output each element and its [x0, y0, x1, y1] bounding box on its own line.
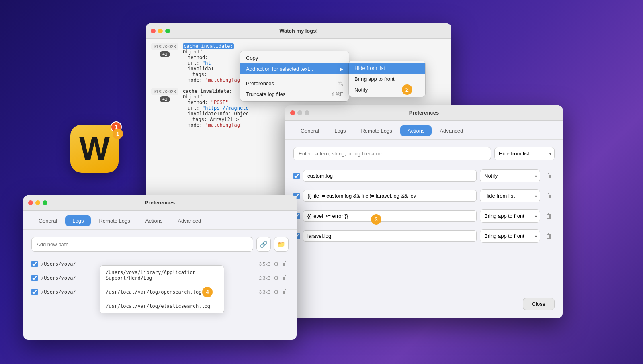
rule-2-input[interactable]: [303, 190, 477, 202]
path-1-checkbox[interactable]: [31, 261, 38, 267]
prefs-back-maximize[interactable]: [43, 200, 47, 205]
tab-general-front[interactable]: General: [293, 125, 326, 136]
pattern-input[interactable]: [293, 147, 491, 160]
rule-4-input[interactable]: [303, 230, 477, 242]
prefs-front-close-button[interactable]: Close: [523, 298, 555, 310]
path-3-gear-icon[interactable]: ⚙: [274, 289, 279, 295]
prefs-front-maximize[interactable]: [305, 110, 309, 115]
link-icon-button[interactable]: 🔗: [256, 237, 271, 252]
maximize-button[interactable]: [165, 29, 170, 33]
prefs-back-minimize[interactable]: [35, 200, 40, 205]
step-badge-4: 4: [202, 287, 213, 297]
ctx-preferences-shortcut: ⌘,: [337, 81, 343, 86]
minimize-button[interactable]: [158, 29, 163, 33]
folder-icon-button[interactable]: 📁: [274, 237, 289, 252]
prefs-back-titlebar: Preferences: [23, 195, 297, 211]
rule-1-select-wrapper: Notify Hide from list Bring app to front…: [480, 169, 540, 182]
path-2-gear-icon[interactable]: ⚙: [274, 275, 279, 281]
rule-1-input[interactable]: [303, 170, 477, 182]
add-path-input[interactable]: [31, 237, 253, 252]
ctx-arrow-icon: ▶: [340, 66, 343, 72]
log-date-1: 31/07/2023: [151, 43, 178, 50]
prefs-window-front: Preferences General Logs Remote Logs Act…: [285, 105, 563, 318]
prefs-front-close[interactable]: [290, 110, 295, 115]
tab-advanced-front[interactable]: Advanced: [432, 125, 470, 136]
prefs-front-body: Hide from list Notify Bring app to front…: [285, 140, 563, 254]
rule-1-select[interactable]: Notify Hide from list Bring app to front: [480, 169, 540, 182]
tab-remote-logs-front[interactable]: Remote Logs: [354, 125, 399, 136]
rule-3-delete-icon[interactable]: 🗑: [543, 212, 555, 221]
log-badge-2: +2: [160, 96, 170, 102]
rule-4-select[interactable]: Bring app to front Notify Hide from list: [480, 229, 540, 243]
log-date-col-2: 31/07/2023 +2: [151, 88, 179, 128]
tab-logs-front[interactable]: Logs: [327, 125, 353, 136]
prefs-front-titlebar: Preferences: [285, 105, 563, 121]
rule-3-select[interactable]: Bring app to front Notify Hide from list: [480, 209, 540, 223]
log-date-col-1: 31/07/2023 +2: [151, 43, 179, 83]
sub-bring-to-front[interactable]: Bring app to front: [349, 74, 425, 84]
rule-1-checkbox[interactable]: [293, 173, 300, 179]
rule-row-2: Hide from list Notify Bring app to front…: [293, 186, 555, 206]
ctx-truncate[interactable]: Truncate log files ⇧⌘E: [240, 89, 349, 100]
log-key-highlight: cache_invalidate:: [183, 43, 234, 49]
step-badge-3: 3: [371, 214, 381, 225]
path-2-size: 2.3kB: [256, 276, 270, 280]
ctx-copy-label: Copy: [246, 55, 258, 61]
default-action-select-wrapper: Hide from list Notify Bring app to front…: [494, 147, 555, 160]
traffic-lights[interactable]: [151, 29, 170, 33]
action-input-row: Hide from list Notify Bring app to front…: [293, 147, 555, 160]
sub-hide-from-list[interactable]: Hide from list: [349, 63, 425, 74]
path-1-size: 3.5kB: [256, 262, 270, 266]
context-menu[interactable]: Copy Add action for selected text... ▶ P…: [240, 51, 349, 101]
rule-1-delete-icon[interactable]: 🗑: [543, 172, 555, 180]
tab-advanced-back[interactable]: Advanced: [170, 215, 208, 226]
prefs-back-traffic-lights[interactable]: [28, 200, 47, 205]
path-3-checkbox[interactable]: [31, 289, 38, 295]
path-1-delete-icon[interactable]: 🗑: [282, 260, 289, 268]
app-icon: W 1: [70, 125, 119, 173]
ctx-truncate-shortcut: ⇧⌘E: [331, 92, 343, 97]
path-3-delete-icon[interactable]: 🗑: [282, 288, 289, 296]
sub-notify[interactable]: Notify: [349, 84, 425, 95]
step-badge-1: 1: [113, 129, 123, 139]
prefs-back-title: Preferences: [145, 200, 175, 206]
log-window-title: Watch my logs!: [279, 28, 318, 34]
rule-row-1: Notify Hide from list Bring app to front…: [293, 166, 555, 186]
prefs-back-close[interactable]: [28, 200, 33, 205]
path-dropdown-item-1[interactable]: /Users/vova/Library/Application Support/…: [100, 266, 224, 285]
rule-3-input[interactable]: [303, 210, 477, 222]
ctx-preferences-label: Preferences: [246, 80, 274, 86]
tab-actions-back[interactable]: Actions: [138, 215, 170, 226]
ctx-copy[interactable]: Copy: [240, 53, 349, 63]
ctx-preferences[interactable]: Preferences ⌘,: [240, 78, 349, 89]
tab-logs-back[interactable]: Logs: [65, 215, 91, 226]
prefs-front-minimize[interactable]: [297, 110, 302, 115]
ctx-add-action[interactable]: Add action for selected text... ▶: [240, 63, 349, 74]
default-action-select[interactable]: Hide from list Notify Bring app to front: [494, 147, 555, 160]
tab-general-back[interactable]: General: [31, 215, 64, 226]
path-1-gear-icon[interactable]: ⚙: [274, 261, 279, 267]
path-2-checkbox[interactable]: [31, 275, 38, 281]
rule-4-delete-icon[interactable]: 🗑: [543, 232, 555, 241]
tab-actions-front[interactable]: Actions: [400, 125, 432, 136]
prefs-front-title: Preferences: [409, 110, 439, 116]
rule-2-delete-icon[interactable]: 🗑: [543, 192, 555, 200]
rule-2-select[interactable]: Hide from list Notify Bring app to front: [480, 189, 540, 202]
step-badge-2: 2: [402, 84, 412, 95]
close-button[interactable]: [151, 29, 156, 33]
path-2-delete-icon[interactable]: 🗑: [282, 274, 289, 282]
log-window-titlebar: Watch my logs!: [146, 23, 451, 39]
log-date-2: 31/07/2023: [151, 88, 178, 95]
path-dropdown-item-3[interactable]: /usr/local/var/log/elasticsearch.log: [100, 299, 224, 313]
ctx-truncate-label: Truncate log files: [246, 91, 286, 97]
prefs-front-traffic-lights[interactable]: [290, 110, 309, 115]
tab-remote-logs-back[interactable]: Remote Logs: [92, 215, 137, 226]
rule-3-select-wrapper: Bring app to front Notify Hide from list…: [480, 209, 540, 223]
rule-2-select-wrapper: Hide from list Notify Bring app to front…: [480, 189, 540, 202]
path-3-size: 3.3kB: [256, 290, 270, 294]
sub-context-menu[interactable]: Hide from list Bring app to front Notify: [349, 61, 425, 97]
prefs-back-tabs: General Logs Remote Logs Actions Advance…: [23, 211, 297, 230]
ctx-separator-1: [240, 76, 349, 76]
prefs-front-tabs: General Logs Remote Logs Actions Advance…: [285, 121, 563, 140]
rule-4-select-wrapper: Bring app to front Notify Hide from list…: [480, 229, 540, 243]
